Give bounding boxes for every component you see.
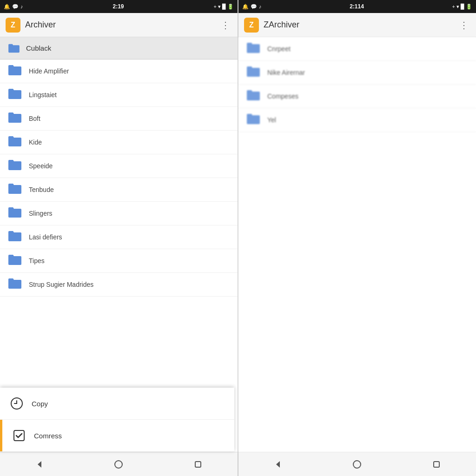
right-sms-icon: 💬 [251, 4, 257, 10]
left-recents-button[interactable] [189, 455, 207, 474]
sms-icon: 💬 [12, 4, 19, 10]
list-item[interactable]: Boft [0, 107, 238, 131]
svg-marker-5 [276, 461, 280, 468]
right-time: 2:114 [350, 3, 364, 10]
list-item[interactable]: Cnrpeet [238, 37, 476, 61]
right-file-list: CnrpeetNike AirernarCompesesYel [238, 37, 476, 452]
file-name: Nike Airernar [267, 69, 305, 76]
file-name: Lingstaiet [29, 91, 57, 99]
list-item[interactable]: Tenbude [0, 178, 238, 202]
folder-icon [7, 230, 22, 244]
right-toolbar: Z ZArchiver ⋮ [238, 13, 476, 37]
folder-icon [246, 113, 261, 127]
right-status-bar: 🔔 💬 ♪ 2:114 + ▾ ▉ 🔋 [238, 0, 476, 13]
folder-icon [7, 278, 22, 291]
svg-rect-4 [195, 462, 201, 467]
copy-label: Copy [32, 400, 48, 408]
svg-point-6 [353, 461, 361, 468]
battery-icon: 🔋 [227, 4, 234, 10]
folder-icon [7, 112, 22, 126]
list-item[interactable]: Kide [0, 131, 238, 154]
left-nav-bar [0, 452, 238, 476]
file-name: Kide [29, 139, 42, 146]
right-nav-bar [238, 452, 476, 476]
list-item[interactable]: Compeses [238, 85, 476, 108]
file-name: Yel [267, 116, 276, 124]
folder-icon [7, 88, 22, 102]
left-time: 2:19 [113, 3, 124, 10]
file-name: Tipes [29, 257, 45, 264]
compress-menu-item[interactable]: Comress [0, 420, 234, 452]
left-app-icon: Z [6, 18, 20, 33]
right-app-title: ZArchiver [264, 20, 457, 30]
list-item[interactable]: Nike Airernar [238, 61, 476, 85]
list-item[interactable]: Slingers [0, 202, 238, 225]
right-back-button[interactable] [269, 455, 287, 474]
right-status-right: + ▾ ▉ 🔋 [452, 4, 472, 10]
right-panel: 🔔 💬 ♪ 2:114 + ▾ ▉ 🔋 Z ZArchiver ⋮ Cnrpee… [238, 0, 476, 476]
signal-icon: ▉ [222, 4, 226, 10]
copy-menu-item[interactable]: Copy [0, 388, 234, 420]
left-current-folder-icon [7, 43, 20, 53]
notification-icon: 🔔 [4, 4, 10, 10]
left-menu-button[interactable]: ⋮ [219, 18, 232, 33]
right-home-button[interactable] [348, 455, 366, 474]
folder-icon [246, 89, 261, 103]
svg-marker-2 [38, 461, 41, 468]
list-item[interactable]: Yel [238, 108, 476, 132]
music-icon: ♪ [20, 4, 23, 9]
left-current-folder[interactable]: Cublack [0, 37, 238, 60]
left-back-button[interactable] [30, 455, 49, 474]
right-plus-icon: + [452, 4, 455, 9]
folder-icon [7, 254, 22, 268]
left-status-bar: 🔔 💬 ♪ 2:19 + ▾ ▉ 🔋 [0, 0, 238, 13]
list-item[interactable]: Hide Amplifier [0, 60, 238, 83]
left-app-title: Archiver [25, 20, 219, 30]
right-music-icon: ♪ [259, 4, 262, 9]
compress-label: Comress [34, 432, 62, 440]
folder-icon [7, 206, 22, 220]
left-status-left: 🔔 💬 ♪ [4, 4, 23, 10]
right-menu-button[interactable]: ⋮ [457, 18, 470, 33]
list-item[interactable]: Speeide [0, 154, 238, 178]
svg-rect-7 [434, 462, 439, 467]
folder-icon [246, 66, 261, 79]
folder-icon [246, 42, 261, 56]
right-wifi-icon: ▾ [456, 4, 459, 10]
context-menu: Copy Comress [0, 388, 234, 452]
folder-icon [7, 183, 22, 197]
left-toolbar: Z Archiver ⋮ [0, 13, 238, 37]
right-notification-icon: 🔔 [242, 4, 249, 10]
svg-point-3 [115, 461, 122, 468]
left-panel: 🔔 💬 ♪ 2:19 + ▾ ▉ 🔋 Z Archiver ⋮ Cublack … [0, 0, 238, 476]
svg-rect-1 [14, 430, 24, 441]
left-current-folder-name: Cublack [26, 44, 51, 52]
list-item[interactable]: Tipes [0, 249, 238, 273]
compress-accent [0, 420, 2, 451]
file-name: Cnrpeet [267, 45, 291, 53]
list-item[interactable]: Lasi defiers [0, 225, 238, 249]
file-name: Lasi defiers [29, 233, 62, 241]
list-item[interactable]: Lingstaiet [0, 83, 238, 107]
copy-icon [9, 396, 24, 411]
file-name: Compeses [267, 93, 298, 100]
file-name: Boft [29, 115, 40, 122]
list-item[interactable]: Strup Sugier Madrides [0, 273, 238, 297]
folder-icon [7, 135, 22, 149]
right-recents-button[interactable] [427, 455, 446, 474]
right-status-left: 🔔 💬 ♪ [242, 4, 262, 10]
right-battery-icon: 🔋 [466, 4, 472, 10]
left-home-button[interactable] [109, 455, 128, 474]
folder-icon [7, 64, 22, 78]
file-name: Strup Sugier Madrides [29, 281, 93, 288]
file-name: Tenbude [29, 186, 54, 193]
plus-icon: + [214, 4, 217, 9]
right-app-icon: Z [244, 18, 259, 33]
file-name: Hide Amplifier [29, 67, 69, 75]
file-name: Slingers [29, 210, 53, 217]
right-signal-icon: ▉ [461, 4, 464, 10]
compress-icon [12, 428, 26, 443]
file-name: Speeide [29, 162, 53, 170]
wifi-icon: ▾ [218, 4, 221, 10]
folder-icon [7, 159, 22, 173]
